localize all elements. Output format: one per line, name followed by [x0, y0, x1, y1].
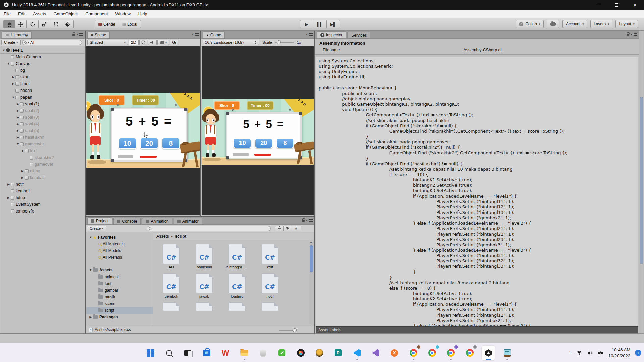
vscode-icon[interactable]: [350, 346, 364, 360]
tab-project[interactable]: Project: [87, 217, 112, 224]
foldout-right-icon[interactable]: ▶: [88, 315, 93, 319]
foldout-right-icon[interactable]: ▶: [20, 176, 25, 179]
foldout-right-icon[interactable]: ▶: [11, 82, 15, 85]
hierarchy-item-soal-4-[interactable]: ▶soal (4): [0, 121, 85, 127]
panel-dropdown-icon[interactable]: ▾: [76, 32, 78, 36]
answer-button[interactable]: 20: [140, 138, 158, 149]
aspect-ratio-dropdown[interactable]: 16:9 Landscape (16:9): [203, 40, 259, 45]
project-create-button[interactable]: Create ▾: [87, 226, 106, 231]
foldout-down-icon[interactable]: ▼: [11, 96, 15, 99]
hierarchy-item-skorakhir2[interactable]: skorakhir2: [0, 154, 85, 161]
hierarchy-item-bocah[interactable]: bocah: [0, 87, 85, 94]
project-tree-item-all-prefabs[interactable]: All Prefabs: [86, 254, 153, 261]
tab-inspector[interactable]: i Inspector: [317, 31, 346, 38]
file-item-partial[interactable]: [261, 302, 279, 311]
favorite-search-button[interactable]: ★: [292, 226, 301, 231]
foldout-down-icon[interactable]: ▼: [88, 236, 93, 239]
hierarchy-item-papan[interactable]: ▼papan: [0, 94, 85, 101]
maximize-button[interactable]: [607, 0, 626, 10]
menu-item-assets[interactable]: Assets: [29, 10, 50, 18]
asset-labels-bar[interactable]: Asset Labels: [316, 326, 638, 333]
hand-tool-button[interactable]: [3, 20, 15, 28]
panel-menu-icon[interactable]: [634, 33, 637, 36]
answer-button[interactable]: 8: [162, 138, 180, 149]
foldout-right-icon[interactable]: ▶: [6, 183, 11, 186]
search-by-type-button[interactable]: [275, 226, 284, 231]
foldout-down-icon[interactable]: ▼: [20, 149, 25, 153]
layers-dropdown[interactable]: Layers ▾: [590, 20, 613, 28]
hierarchy-item-kembali[interactable]: kembali: [0, 188, 85, 194]
hierarchy-item-gameover[interactable]: gameover: [0, 161, 85, 168]
game-mascot-icon[interactable]: [313, 346, 326, 360]
project-scrollbar[interactable]: ▲: [309, 240, 314, 326]
hierarchy-item-soal-1-[interactable]: ▶soal (1): [0, 101, 85, 107]
project-tree-item-favorites[interactable]: ▼★Favorites: [86, 234, 153, 241]
panel-menu-icon[interactable]: [309, 219, 313, 222]
move-tool-button[interactable]: [15, 20, 27, 28]
space-toggle-button[interactable]: Local: [119, 20, 141, 28]
scrollbar-thumb[interactable]: [310, 245, 313, 272]
photopea-icon[interactable]: P: [331, 346, 345, 360]
file-item-exit[interactable]: C#exit: [261, 244, 279, 269]
hierarchy-item-main-camera[interactable]: Main Camera: [0, 54, 85, 60]
project-tree-item-packages[interactable]: ▶Packages: [86, 314, 153, 320]
file-item-jawab[interactable]: C#jawab: [195, 273, 213, 298]
thumbnail-size-slider[interactable]: [279, 330, 295, 331]
tray-chevron-up-icon[interactable]: ⌃: [568, 351, 572, 355]
rotate-tool-button[interactable]: [27, 20, 39, 28]
close-button[interactable]: ×: [626, 0, 644, 10]
inspector-scrollbar[interactable]: [639, 31, 644, 334]
answer-button[interactable]: 20: [255, 138, 273, 148]
foldout-right-icon[interactable]: ▶: [16, 136, 20, 139]
hierarchy-item-tutup[interactable]: ▶tutup: [0, 194, 85, 201]
game-view[interactable]: Skor : 0Timer : 005 + 5 =10208: [202, 46, 314, 215]
wifi-icon[interactable]: [576, 350, 582, 356]
project-tree-item-scene[interactable]: scene: [86, 300, 153, 307]
lock-icon[interactable]: [302, 220, 305, 222]
xampp-icon[interactable]: X: [388, 346, 401, 360]
wps-office-icon[interactable]: W: [219, 346, 232, 360]
menu-item-component[interactable]: Component: [82, 10, 111, 18]
hierarchy-item-kembali[interactable]: ▶kembali: [0, 174, 85, 181]
notification-badge[interactable]: 1: [635, 350, 641, 356]
scale-tool-button[interactable]: [39, 20, 50, 28]
tab-scene[interactable]: # Scene: [87, 31, 110, 38]
answer-button[interactable]: 10: [118, 138, 137, 149]
hierarchy-item-notif[interactable]: ▶notif: [0, 181, 85, 188]
play-button[interactable]: ▶: [300, 20, 313, 28]
hierarchy-item-ulang[interactable]: ▶ulang: [0, 168, 85, 174]
menu-item-edit[interactable]: Edit: [14, 10, 29, 18]
foldout-right-icon[interactable]: ▶: [16, 122, 20, 126]
microsoft-store-icon[interactable]: ⊞: [200, 346, 213, 360]
2d-toggle-button[interactable]: 2D: [129, 40, 139, 45]
project-tree-item-all-models[interactable]: All Models: [86, 247, 153, 254]
project-tree-item-gambar[interactable]: gambar: [86, 287, 153, 294]
breadcrumb-script[interactable]: script: [175, 234, 186, 239]
chrome-profile-4-icon[interactable]: [463, 346, 476, 360]
file-item-notif[interactable]: C#notif: [261, 273, 279, 298]
visual-studio-icon[interactable]: [369, 346, 382, 360]
scene-effects-dropdown[interactable]: ▾: [157, 40, 169, 45]
account-dropdown[interactable]: Account ▾: [562, 20, 587, 28]
lock-icon[interactable]: [627, 34, 629, 36]
project-tree-item-assets[interactable]: ▼Assets: [86, 267, 153, 274]
hierarchy-item-gameover[interactable]: ▼gameover: [0, 141, 85, 147]
foldout-right-icon[interactable]: ▶: [16, 129, 20, 132]
panel-dropdown-icon[interactable]: ▾: [631, 32, 632, 36]
layout-dropdown[interactable]: Layout ▾: [615, 20, 638, 28]
hierarchy-search-input[interactable]: [30, 40, 80, 44]
tab-services[interactable]: Services: [347, 32, 370, 38]
task-view-icon[interactable]: [181, 346, 195, 360]
file-explorer-icon[interactable]: [237, 346, 251, 360]
tab-animator[interactable]: Animator: [174, 218, 202, 224]
collab-dropdown[interactable]: ✓ Collab ▾: [516, 20, 544, 28]
file-item-partial[interactable]: [228, 302, 246, 311]
file-item-bintangsim-[interactable]: C#bintangsim...: [228, 244, 246, 269]
hierarchy-item-timer[interactable]: ▶timer: [0, 80, 85, 87]
project-tree-item-musik[interactable]: musik: [86, 294, 153, 300]
foldout-right-icon[interactable]: ▶: [20, 169, 25, 173]
hierarchy-item-hasil-akhir[interactable]: ▶hasil akhir: [0, 134, 85, 141]
hierarchy-item-skor[interactable]: ▶skor: [0, 74, 85, 80]
search-icon[interactable]: [162, 346, 176, 360]
menu-item-window[interactable]: Window: [112, 10, 135, 18]
